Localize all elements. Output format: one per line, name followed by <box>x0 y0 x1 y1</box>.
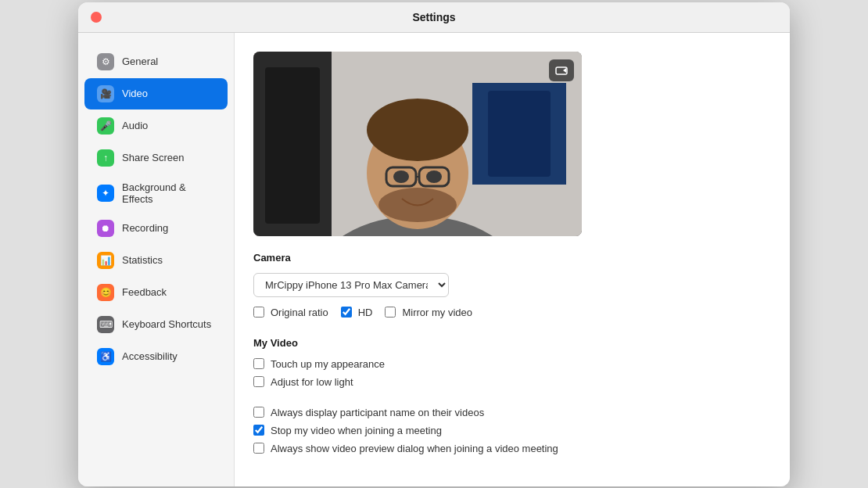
camera-select-row: Camera MrCippy iPhone 13 Pro Max Camera … <box>253 252 771 297</box>
always-display-label: Always display participant name on their… <box>271 407 484 418</box>
keyboard-icon: ⌨ <box>97 316 114 333</box>
mirror-row: Mirror my video <box>385 307 472 318</box>
camera-section-title: Camera <box>253 252 771 264</box>
share-screen-icon: ↑ <box>97 149 114 167</box>
always-display-checkbox[interactable] <box>253 407 264 418</box>
sidebar-label-recording: Recording <box>122 222 168 234</box>
camera-preview-svg <box>253 52 582 236</box>
svg-point-8 <box>367 99 468 161</box>
window-title: Settings <box>412 11 455 23</box>
sidebar-item-audio[interactable]: 🎤 Audio <box>84 110 228 142</box>
close-button[interactable] <box>91 12 102 23</box>
svg-marker-16 <box>563 68 566 73</box>
general-icon: ⚙ <box>97 53 114 70</box>
hd-checkbox[interactable] <box>341 307 352 318</box>
original-ratio-row: Original ratio <box>253 307 328 318</box>
sidebar-item-feedback[interactable]: 😊 Feedback <box>84 277 228 308</box>
audio-icon: 🎤 <box>97 117 114 135</box>
sidebar-label-keyboard: Keyboard Shortcuts <box>122 318 211 330</box>
sidebar-label-audio: Audio <box>122 120 148 131</box>
feedback-icon: 😊 <box>97 284 114 301</box>
content-area: ⚙ General 🎥 Video 🎤 Audio ↑ Share Screen… <box>78 33 790 486</box>
sidebar-item-share-screen[interactable]: ↑ Share Screen <box>84 142 228 174</box>
sidebar-label-share: Share Screen <box>122 152 185 163</box>
sidebar-label-accessibility: Accessibility <box>122 350 178 362</box>
adjust-low-light-row: Adjust for low light <box>253 376 771 388</box>
touch-up-checkbox[interactable] <box>253 358 264 369</box>
sidebar-item-statistics[interactable]: 📊 Statistics <box>84 245 228 276</box>
my-video-title: My Video <box>253 337 771 349</box>
always-show-preview-checkbox[interactable] <box>253 443 264 454</box>
svg-rect-4 <box>488 91 551 177</box>
sidebar-item-background[interactable]: ✦ Background & Effects <box>84 174 228 212</box>
sidebar-item-video[interactable]: 🎥 Video <box>84 78 228 109</box>
sidebar: ⚙ General 🎥 Video 🎤 Audio ↑ Share Screen… <box>78 33 235 486</box>
adjust-low-light-checkbox[interactable] <box>253 376 264 387</box>
camera-feed <box>253 52 582 236</box>
sidebar-item-recording[interactable]: ⏺ Recording <box>84 213 228 244</box>
stop-video-checkbox[interactable] <box>253 425 264 436</box>
svg-point-12 <box>393 170 409 183</box>
hd-label: HD <box>358 307 373 318</box>
sidebar-item-general[interactable]: ⚙ General <box>84 46 228 77</box>
sidebar-item-accessibility[interactable]: ♿ Accessibility <box>84 341 228 372</box>
sidebar-label-video: Video <box>122 88 148 99</box>
accessibility-icon: ♿ <box>97 348 114 365</box>
touch-up-label: Touch up my appearance <box>271 358 385 370</box>
camera-preview <box>253 52 582 236</box>
always-show-preview-row: Always show video preview dialog when jo… <box>253 443 771 454</box>
always-display-row: Always display participant name on their… <box>253 407 771 418</box>
sidebar-label-background: Background & Effects <box>122 181 215 205</box>
settings-window: Settings ⚙ General 🎥 Video 🎤 Audio ↑ Sha <box>78 2 790 486</box>
svg-rect-2 <box>265 67 320 224</box>
sidebar-item-keyboard[interactable]: ⌨ Keyboard Shortcuts <box>84 309 228 340</box>
spacer <box>253 394 771 407</box>
statistics-icon: 📊 <box>97 252 114 269</box>
camera-swap-button[interactable] <box>549 59 574 81</box>
swap-cameras-icon <box>555 65 568 76</box>
my-video-section: My Video Touch up my appearance Adjust f… <box>253 337 771 454</box>
sidebar-label-feedback: Feedback <box>122 286 167 298</box>
video-icon: 🎥 <box>97 85 114 102</box>
sidebar-label-statistics: Statistics <box>122 254 163 266</box>
stop-video-label: Stop my video when joining a meeting <box>271 425 442 436</box>
background-icon: ✦ <box>97 185 114 202</box>
always-show-preview-label: Always show video preview dialog when jo… <box>271 443 558 454</box>
touch-up-row: Touch up my appearance <box>253 358 771 370</box>
video-options-row: Original ratio HD Mirror my video <box>253 307 771 325</box>
recording-icon: ⏺ <box>97 220 114 237</box>
adjust-low-light-label: Adjust for low light <box>271 376 353 388</box>
original-ratio-label: Original ratio <box>271 307 328 318</box>
sidebar-label-general: General <box>122 56 158 67</box>
hd-row: HD <box>341 307 373 318</box>
mirror-checkbox[interactable] <box>385 307 396 318</box>
svg-point-13 <box>426 170 442 183</box>
main-content: Camera MrCippy iPhone 13 Pro Max Camera … <box>235 33 790 486</box>
camera-select[interactable]: MrCippy iPhone 13 Pro Max Camera FaceTim… <box>253 273 449 297</box>
titlebar: Settings <box>78 2 790 33</box>
stop-video-row: Stop my video when joining a meeting <box>253 425 771 436</box>
original-ratio-checkbox[interactable] <box>253 307 264 318</box>
mirror-label: Mirror my video <box>402 307 472 318</box>
